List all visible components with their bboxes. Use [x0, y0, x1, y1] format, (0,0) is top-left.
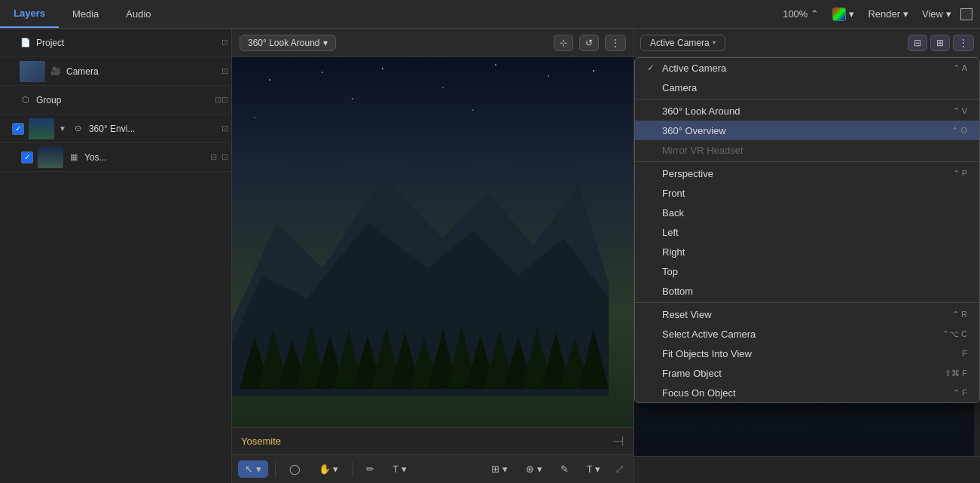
render-control[interactable]: Render ▾ — [863, 7, 913, 21]
svg-point-0 — [269, 79, 270, 81]
top-bar-controls: 100% ⌃ ▾ Render ▾ View ▾ — [778, 6, 980, 23]
layer-item-env[interactable]: ✓ ▼ ⊙ 360° Envi... ⊡ — [0, 115, 231, 143]
menu-item-front[interactable]: Front — [635, 183, 979, 203]
menu-item-bottom[interactable]: Bottom — [635, 281, 979, 301]
color-swatch-control[interactable]: ▾ — [828, 6, 859, 23]
shape-tool[interactable]: ◯ — [282, 460, 307, 478]
menu-item-reset-view[interactable]: Reset View ⌃ R — [635, 304, 979, 324]
menu-item-look-around[interactable]: 360° Look Around ⌃ V — [635, 101, 979, 121]
menu-item-back[interactable]: Back — [635, 203, 979, 222]
menu-item-fit-objects[interactable]: Fit Objects Into View F — [635, 344, 979, 363]
menu-label-active-camera: Active Camera — [662, 63, 944, 74]
layer-lock-camera: ⊡ — [221, 66, 228, 76]
viewport-btn-2[interactable]: ↺ — [579, 35, 599, 51]
main-area: 📄 Project ⊡ 🎥 Camera ⊡ ⬡ Group ⊡⊡ ✓ ▼ ⊙ … — [0, 29, 980, 483]
svg-point-4 — [495, 64, 496, 66]
menu-shortcut-focus-on-object: ⌃ F — [953, 388, 967, 398]
tab-media[interactable]: Media — [59, 0, 112, 28]
menu-shortcut-reset-view: ⌃ R — [952, 310, 967, 319]
menu-item-right[interactable]: Right — [635, 242, 979, 261]
text-tool[interactable]: T ▾ — [386, 460, 413, 478]
layer-lock-yos: ⊡ — [221, 152, 228, 162]
menu-item-frame-object[interactable]: Frame Object ⇧⌘ F — [635, 363, 979, 383]
layer-item-project[interactable]: 📄 Project ⊡ — [0, 29, 231, 57]
view-mode-btn[interactable]: ⊞ ▾ — [484, 460, 514, 478]
layer-media-yos: ⊟ — [210, 152, 217, 162]
right-btn-3[interactable]: ⋮ — [953, 35, 974, 51]
menu-item-top[interactable]: Top — [635, 261, 979, 281]
menu-label-top: Top — [662, 266, 958, 277]
menu-shortcut-overview: ⌃ O — [951, 126, 967, 136]
env-icon: ⊙ — [72, 123, 84, 135]
menu-shortcut-look-around: ⌃ V — [953, 106, 967, 116]
right-btn-2[interactable]: ⊞ — [930, 35, 950, 51]
viewport-btn-1[interactable]: ⊹ — [554, 35, 573, 51]
camera-btn-label: Active Camera — [650, 38, 710, 48]
color-arrow: ▾ — [849, 8, 854, 20]
zoom-label: 100% — [783, 8, 808, 20]
menu-label-right: Right — [662, 246, 958, 258]
menu-label-bottom: Bottom — [662, 286, 958, 297]
layer-lock-env: ⊡ — [221, 124, 228, 133]
menu-item-overview[interactable]: 360° Overview ⌃ O — [635, 121, 979, 140]
menu-label-focus-on-object: Focus On Object — [662, 387, 944, 399]
layer-item-group[interactable]: ⬡ Group ⊡⊡ — [0, 86, 231, 115]
layer-name-env: 360° Envi... — [89, 124, 217, 134]
env-thumb — [29, 118, 54, 139]
active-camera-btn[interactable]: Active Camera ▾ — [640, 35, 725, 51]
fullscreen-btn[interactable]: ⤢ — [612, 462, 627, 476]
tab-audio[interactable]: Audio — [112, 0, 164, 28]
viewport-btn-3[interactable]: ⋮ — [605, 35, 626, 51]
sep-1 — [635, 99, 979, 99]
viewport-canvas[interactable] — [232, 57, 633, 427]
menu-label-look-around: 360° Look Around — [662, 105, 944, 117]
menu-shortcut-frame-object: ⇧⌘ F — [945, 368, 967, 378]
view-control[interactable]: View ▾ — [917, 7, 956, 21]
menu-label-select-active-camera: Select Active Camera — [662, 329, 933, 340]
tab-layers[interactable]: Layers — [0, 0, 59, 28]
menu-label-perspective: Perspective — [662, 168, 944, 179]
menu-item-perspective[interactable]: Perspective ⌃ P — [635, 164, 979, 183]
menu-label-frame-object: Frame Object — [662, 368, 936, 379]
menu-shortcut-select-active-camera: ⌃⌥ C — [942, 329, 967, 339]
color-swatch — [832, 8, 846, 21]
top-bar: Layers Media Audio 100% ⌃ ▾ Render ▾ Vie… — [0, 0, 980, 29]
text2-btn[interactable]: T ▾ — [580, 460, 607, 478]
svg-point-5 — [548, 75, 549, 77]
scroll-end-btn[interactable]: ⊣ — [612, 433, 624, 450]
layout-icon[interactable] — [960, 8, 972, 20]
menu-label-back: Back — [662, 207, 958, 219]
layer-lock-project: ⊡ — [221, 38, 228, 47]
view-dropdown-arrow: ▾ — [323, 38, 328, 48]
pen-tool[interactable]: ✏ — [359, 460, 381, 478]
right-btn-1[interactable]: ⊟ — [908, 35, 927, 51]
draw-btn[interactable]: ✎ — [554, 460, 575, 478]
menu-item-select-active-camera[interactable]: Select Active Camera ⌃⌥ C — [635, 324, 979, 344]
menu-label-overview: 360° Overview — [662, 125, 942, 136]
zoom-control[interactable]: 100% ⌃ — [778, 7, 823, 21]
view-dropdown[interactable]: 360° Look Around ▾ — [240, 35, 336, 51]
sep-2 — [635, 161, 979, 162]
layer-item-camera[interactable]: 🎥 Camera ⊡ — [0, 57, 231, 86]
yos-checkbox[interactable]: ✓ — [21, 151, 33, 164]
camera-btn-arrow: ▾ — [713, 39, 716, 46]
right-panel: Active Camera ▾ ⊟ ⊞ ⋮ ✓ Active C — [633, 29, 980, 483]
menu-item-left[interactable]: Left — [635, 222, 979, 242]
menu-label-mirror-vr: Mirror VR Headset — [662, 145, 958, 156]
layer-item-yos[interactable]: ✓ ▦ Yos... ⊟ ⊡ — [0, 143, 231, 172]
menu-label-fit-objects: Fit Objects Into View — [662, 348, 953, 359]
render-label: Render — [868, 8, 900, 20]
menu-item-mirror-vr: Mirror VR Headset — [635, 140, 979, 160]
scene-svg — [232, 57, 633, 427]
env-checkbox[interactable]: ✓ — [12, 123, 24, 135]
hand-tool[interactable]: ✋ ▾ — [312, 460, 346, 478]
menu-item-camera[interactable]: Camera — [635, 78, 979, 97]
yos-thumb — [38, 147, 63, 168]
menu-item-active-camera[interactable]: ✓ Active Camera ⌃ A — [635, 58, 979, 78]
layer-name-camera: Camera — [66, 66, 217, 77]
select-tool[interactable]: ↖ ▾ — [238, 460, 268, 478]
camera-icon: 🎥 — [50, 66, 62, 78]
svg-point-7 — [254, 117, 255, 118]
menu-item-focus-on-object[interactable]: Focus On Object ⌃ F — [635, 383, 979, 402]
light-btn[interactable]: ⊕ ▾ — [519, 460, 549, 478]
